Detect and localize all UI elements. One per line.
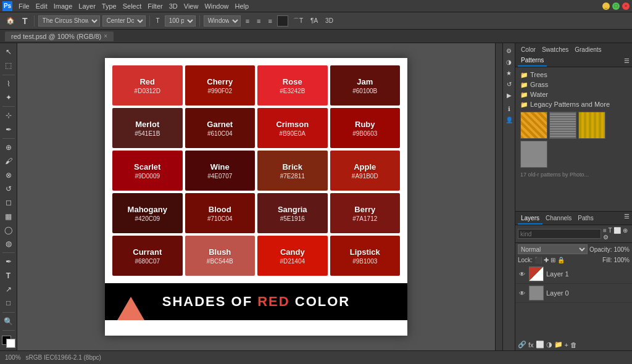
delete-layer-button[interactable]: 🗑 [570, 341, 577, 349]
menu-layer[interactable]: Layer [78, 2, 96, 10]
path-select-tool[interactable]: ↗ [2, 283, 15, 296]
pen-tool[interactable]: ✒ [2, 255, 15, 268]
person-icon[interactable]: 👤 [504, 115, 514, 125]
tab-swatches[interactable]: Swatches [539, 44, 572, 55]
character-panel-button[interactable]: ¶A [308, 16, 320, 25]
layer-thumb-2 [529, 286, 544, 300]
pattern-thumb-2[interactable] [549, 112, 576, 139]
menu-select[interactable]: Select [123, 2, 142, 10]
mode-select[interactable]: Windows [204, 15, 241, 27]
adjustment-layer-button[interactable]: ◑ [546, 341, 552, 349]
eyedropper-tool[interactable]: ✒ [2, 123, 15, 135]
tab-color[interactable]: Color [518, 44, 539, 55]
panel-menu-icon[interactable]: ☰ [624, 57, 630, 64]
color-boxes[interactable] [2, 336, 15, 348]
blur-tool[interactable]: ◯ [2, 224, 15, 236]
layer-eye-1[interactable]: 👁 [518, 270, 526, 278]
doc-tab-close[interactable]: × [104, 33, 107, 39]
font-style-select[interactable]: Center Dot [102, 15, 146, 27]
color-mode-status: sRGB IEC61966-2.1 (8bpc) [26, 354, 101, 361]
layers-tab-paths[interactable]: Paths [575, 213, 597, 225]
history-brush-tool[interactable]: ↺ [2, 183, 15, 195]
maximize-button[interactable]: □ [612, 2, 620, 10]
type-tool-button[interactable]: T [20, 15, 30, 27]
pattern-folder-legacy[interactable]: 📁 Legacy Patterns and More [518, 99, 630, 109]
menu-filter[interactable]: Filter [148, 2, 162, 10]
dodge-tool[interactable]: ◍ [2, 238, 15, 250]
font-size-select[interactable]: 100 pt [165, 15, 196, 27]
actions-icon[interactable]: ▶ [504, 90, 514, 100]
move-tool[interactable]: ↖ [2, 46, 15, 58]
lock-artboard-icon[interactable]: ⊞ [551, 257, 555, 263]
menu-edit[interactable]: Edit [36, 2, 48, 10]
add-style-button[interactable]: fx [528, 341, 534, 349]
link-layers-button[interactable]: 🔗 [518, 341, 526, 349]
3d-button[interactable]: 3D [323, 16, 336, 25]
zoom-tool[interactable]: 🔍 [2, 315, 15, 328]
folder-label-grass: Grass [530, 81, 548, 88]
styles-icon[interactable]: ★ [504, 68, 514, 78]
layers-panel-menu[interactable]: ☰ [624, 213, 630, 225]
selection-tool[interactable]: ⬚ [2, 59, 15, 72]
type-tool[interactable]: T [2, 270, 15, 282]
pattern-folder-water[interactable]: 📁 Water [518, 89, 630, 99]
color-cell-ruby: Ruby #9B0603 [330, 108, 401, 148]
menu-help[interactable]: Help [235, 2, 249, 10]
history-icon[interactable]: ↺ [504, 79, 514, 89]
layers-tab-channels[interactable]: Channels [543, 213, 575, 225]
vertical-scrollbar[interactable] [495, 43, 502, 350]
menu-view[interactable]: View [184, 2, 199, 10]
menu-image[interactable]: Image [54, 2, 73, 10]
menu-type[interactable]: Type [102, 2, 117, 10]
gradient-tool[interactable]: ▦ [2, 210, 15, 222]
font-family-select[interactable]: The Circus Show [38, 15, 100, 27]
group-layers-button[interactable]: 📁 [554, 341, 563, 349]
lock-all-icon[interactable]: 🔒 [557, 257, 565, 263]
close-button[interactable]: × [622, 2, 630, 10]
heal-tool[interactable]: ⊕ [2, 141, 15, 154]
info-icon[interactable]: ℹ [504, 104, 514, 114]
quick-select-tool[interactable]: ✦ [2, 91, 15, 104]
properties-icon[interactable]: ⚙ [504, 46, 514, 56]
patterns-panel: 📁 Trees 📁 Grass 📁 Water 📁 Legacy Pattern… [515, 67, 632, 211]
add-mask-button[interactable]: ⬜ [536, 341, 544, 349]
tab-patterns[interactable]: Patterns [518, 55, 547, 67]
layers-tab-layers[interactable]: Layers [518, 213, 543, 225]
tab-gradients[interactable]: Gradients [572, 44, 604, 55]
folder-label-water: Water [530, 91, 548, 98]
clone-tool[interactable]: ⊗ [2, 168, 15, 181]
menu-file[interactable]: File [19, 2, 30, 10]
pattern-folder-grass[interactable]: 📁 Grass [518, 80, 630, 89]
eraser-tool[interactable]: ◻ [2, 196, 15, 209]
layer-eye-2[interactable]: 👁 [518, 289, 526, 297]
new-layer-button[interactable]: + [565, 341, 568, 349]
background-color[interactable] [6, 339, 15, 348]
align-right-button[interactable]: ≡ [266, 16, 275, 26]
lasso-tool[interactable]: ⌇ [2, 78, 15, 90]
pattern-thumb-3[interactable] [578, 112, 605, 139]
color-swatch[interactable] [277, 15, 288, 27]
document-tab[interactable]: red test.psd @ 100% (RGB/8) × [5, 31, 114, 41]
right-panel: Color Swatches Gradients Patterns ☰ 📁 Tr… [515, 43, 632, 350]
align-center-button[interactable]: ≡ [254, 16, 263, 26]
layers-search-input[interactable] [518, 229, 601, 239]
pattern-folder-trees[interactable]: 📁 Trees [518, 70, 630, 80]
crop-tool[interactable]: ⊹ [2, 109, 15, 122]
align-left-button[interactable]: ≡ [243, 16, 252, 26]
layer-item-1[interactable]: 👁 Layer 1 [515, 265, 632, 284]
pattern-thumb-4[interactable] [520, 141, 547, 168]
adjustments-icon[interactable]: ◑ [504, 57, 514, 67]
warp-text-button[interactable]: ⌒T [291, 15, 306, 27]
lock-pixel-icon[interactable]: ⬛ [534, 257, 542, 263]
shape-tool[interactable]: □ [2, 297, 15, 309]
brush-tool[interactable]: 🖌 [2, 155, 15, 167]
home-button[interactable]: 🏠 [4, 15, 17, 26]
minimize-button[interactable]: _ [602, 2, 610, 10]
blend-mode-select[interactable]: Normal [518, 244, 588, 254]
menu-window[interactable]: Window [204, 2, 228, 10]
pattern-thumb-1[interactable] [520, 112, 547, 139]
lock-move-icon[interactable]: ✚ [544, 257, 549, 263]
color-name-blood: Blood [209, 205, 231, 214]
layer-item-2[interactable]: 👁 Layer 0 [515, 284, 632, 303]
menu-3d[interactable]: 3D [169, 2, 178, 10]
